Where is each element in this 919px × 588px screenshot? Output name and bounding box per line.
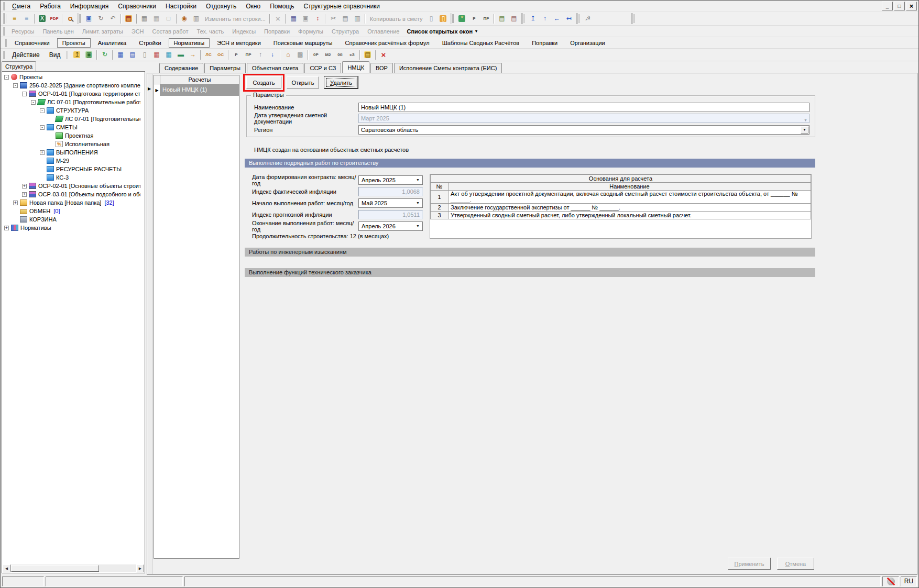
- resource-icon[interactable]: ◉: [178, 13, 190, 24]
- region-combo[interactable]: Саратовская область ▼: [358, 125, 809, 135]
- document-tab[interactable]: ССР и СЗ: [304, 63, 341, 73]
- resources-icon[interactable]: ☭: [582, 13, 594, 24]
- section-customer-header[interactable]: Выполнение функций технического заказчик…: [245, 268, 815, 277]
- change-row-type-label[interactable]: Изменить тип строки...: [202, 13, 268, 24]
- row-type-icon[interactable]: ▥: [190, 13, 202, 24]
- separator[interactable]: [284, 13, 288, 24]
- params-icon[interactable]: ▩: [294, 49, 306, 60]
- chevron-down-icon[interactable]: ▼: [414, 199, 422, 207]
- splitter[interactable]: ▶: [148, 74, 152, 574]
- view-tab[interactable]: Справочники: [9, 38, 55, 48]
- scrollbar-thumb[interactable]: [11, 565, 99, 572]
- view-tab[interactable]: Шаблоны Сводных Расчётов: [437, 38, 524, 48]
- note-icon[interactable]: □: [162, 13, 174, 24]
- view-tab[interactable]: ЭСН и методики: [212, 38, 266, 48]
- grip[interactable]: [451, 13, 454, 24]
- menu-item[interactable]: Работа: [35, 1, 65, 12]
- separator[interactable]: [358, 49, 362, 60]
- import-estimate-icon[interactable]: ▦: [150, 49, 162, 60]
- close-button[interactable]: ×: [906, 2, 917, 10]
- excel-icon[interactable]: X: [36, 13, 48, 24]
- send-estimate-icon[interactable]: →: [187, 49, 199, 60]
- structure-tree-icon[interactable]: ≡: [8, 13, 20, 24]
- separator[interactable]: [306, 49, 310, 60]
- catalog-blue-icon[interactable]: [649, 13, 661, 24]
- scroll-right-button[interactable]: ▶: [136, 564, 144, 572]
- separator[interactable]: [32, 13, 36, 24]
- menu-item[interactable]: Помощь: [265, 1, 299, 12]
- level-end-icon[interactable]: ↤: [563, 13, 575, 24]
- menu-item[interactable]: Настройки: [161, 1, 201, 12]
- catalog-pink-icon[interactable]: [637, 13, 649, 24]
- section-survey-header[interactable]: Работы по инженерным изысканиям: [245, 248, 815, 257]
- start-date-combo[interactable]: Май 2025 ▼: [358, 198, 423, 208]
- minimize-button[interactable]: _: [882, 2, 893, 10]
- copy-doc-icon[interactable]: ▯: [425, 13, 437, 24]
- add-subsection-icon[interactable]: ▦: [150, 13, 162, 24]
- menu-item[interactable]: Справочники: [113, 1, 161, 12]
- os-settings-icon[interactable]: ОС: [214, 49, 226, 60]
- home-settings-icon[interactable]: ⌂: [282, 49, 294, 60]
- separator[interactable]: [135, 13, 138, 24]
- grip[interactable]: [576, 13, 580, 24]
- document-tab[interactable]: НМЦК: [342, 61, 369, 73]
- tree-expander[interactable]: -: [22, 92, 27, 96]
- approval-date-combo[interactable]: Март 2025 ▼: [358, 114, 809, 123]
- tree-item[interactable]: КС-3: [3, 173, 144, 182]
- refresh-icon[interactable]: ↻: [95, 13, 107, 24]
- action-menu[interactable]: Действие: [7, 50, 45, 60]
- index-op-icon[interactable]: 0Р: [310, 49, 322, 60]
- end-date-combo[interactable]: Апрель 2026 ▼: [358, 221, 423, 231]
- view-tab[interactable]: Организации: [565, 38, 610, 48]
- open-windows-menu[interactable]: Список открытых окон ▾: [403, 27, 480, 36]
- tree-item[interactable]: Проектная: [3, 131, 144, 140]
- tree-item[interactable]: + ОСР-03-01 [Объекты подсобного и обслуж…: [3, 190, 144, 198]
- chevron-down-icon[interactable]: ▼: [801, 126, 808, 134]
- add-section-icon[interactable]: ▦: [138, 13, 150, 24]
- document-tab[interactable]: Содержание: [159, 63, 203, 73]
- price-book-icon[interactable]: *: [456, 13, 468, 24]
- panel-toggle[interactable]: Состав работ: [148, 27, 193, 36]
- language-indicator[interactable]: RU: [901, 576, 917, 586]
- document-tab[interactable]: Объектная смета: [247, 63, 304, 73]
- grip[interactable]: [521, 13, 525, 24]
- pdf-icon[interactable]: PDF: [48, 13, 60, 24]
- menu-item[interactable]: Структурные справочники: [299, 1, 385, 12]
- view-tab[interactable]: Справочник расчётных формул: [340, 38, 435, 48]
- tree-item[interactable]: - 256-02-2025 [Здание спортивного компле…: [3, 81, 144, 90]
- separator[interactable]: [60, 13, 64, 24]
- new-document-icon[interactable]: ▤: [362, 49, 374, 60]
- tree-item[interactable]: М-29: [3, 157, 144, 165]
- folder-up-icon[interactable]: ↥: [71, 49, 83, 60]
- page-p-icon[interactable]: Р: [468, 13, 480, 24]
- paste-icon[interactable]: ▥: [352, 13, 364, 24]
- tree-item[interactable]: - ОСР-01-01 [Подготовка территории строи: [3, 90, 144, 98]
- panel-toggle[interactable]: Панель цен: [38, 27, 78, 36]
- print-p-icon[interactable]: Р: [230, 49, 242, 60]
- view-tab[interactable]: Стройки: [134, 38, 166, 48]
- menu-item[interactable]: Отдохнуть: [201, 1, 241, 12]
- separator[interactable]: [374, 49, 377, 60]
- menu-item[interactable]: Окно: [241, 1, 265, 12]
- tree-item[interactable]: РЕСУРСНЫЕ РАСЧЕТЫ: [3, 165, 144, 173]
- panel-toggle[interactable]: Формулы: [294, 27, 327, 36]
- menu-item[interactable]: Информация: [65, 1, 113, 12]
- tree-expander[interactable]: -: [4, 75, 9, 80]
- section-construction-header[interactable]: Выполнение подрядных работ по строительс…: [245, 159, 815, 168]
- grip[interactable]: [78, 13, 81, 24]
- tree-expander[interactable]: +: [13, 201, 18, 205]
- export-estimate-icon[interactable]: ▦: [162, 49, 174, 60]
- panel-toggle[interactable]: Тех. часть: [192, 27, 228, 36]
- view-tab[interactable]: Поправки: [527, 38, 563, 48]
- tree-expander[interactable]: -: [13, 83, 18, 88]
- separator[interactable]: [364, 13, 367, 24]
- separator[interactable]: [324, 13, 327, 24]
- norm-base-icon[interactable]: ▬: [174, 49, 187, 60]
- view-tab[interactable]: Поисковые маршруты: [268, 38, 338, 48]
- sort-icon[interactable]: ↕: [312, 13, 324, 24]
- panel-toggle[interactable]: Ресурсы: [7, 27, 38, 36]
- local-estimates-icon[interactable]: ▤: [126, 49, 138, 60]
- delete-row-icon[interactable]: ×: [272, 13, 284, 24]
- close-position-icon[interactable]: ▤: [123, 13, 135, 24]
- separator[interactable]: [111, 49, 114, 60]
